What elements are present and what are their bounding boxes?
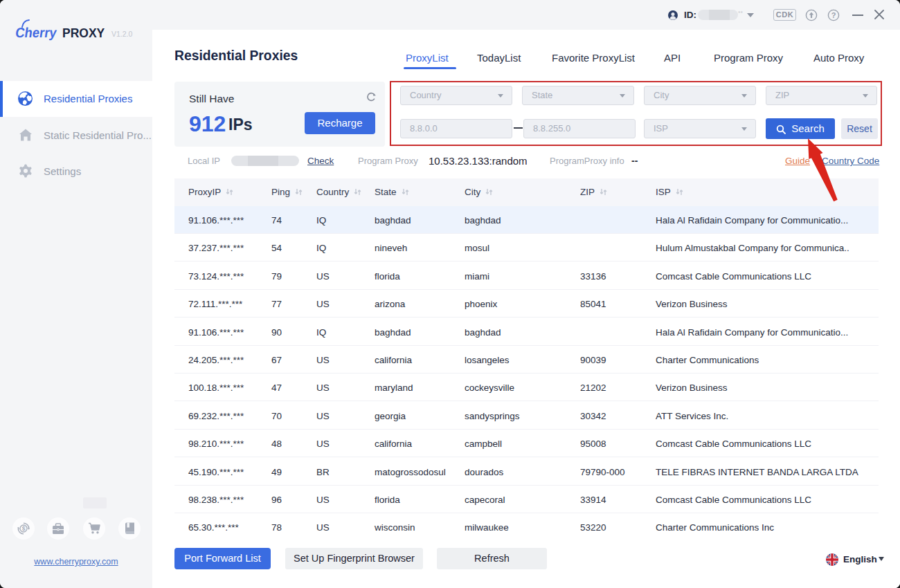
svg-text:?: ? xyxy=(831,11,836,19)
svg-text:$: $ xyxy=(22,525,26,532)
